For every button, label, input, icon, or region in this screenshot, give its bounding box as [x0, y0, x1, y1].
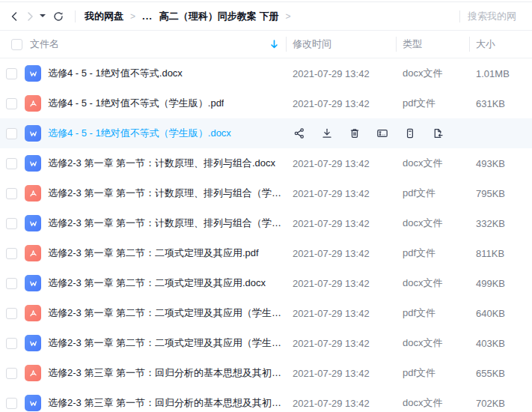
forward-icon[interactable]	[22, 9, 37, 24]
row-checkbox[interactable]	[6, 248, 17, 259]
file-type: pdf文件	[397, 187, 470, 200]
column-header-type[interactable]: 类型	[397, 31, 470, 58]
word-file-icon	[25, 275, 41, 291]
row-checkbox[interactable]	[6, 98, 17, 109]
breadcrumb: 我的网盘 > ... 高二（理科）同步教案 下册 >	[85, 10, 291, 23]
table-row[interactable]: 选修4 - 5 - 1绝对值不等式.docx 2021-07-29 13:42 …	[0, 58, 532, 88]
file-type: docx文件	[397, 216, 470, 230]
file-name[interactable]: 选修2-3 第三章 第一节：回归分析的基本思想及其初步应...	[48, 396, 287, 410]
search-input[interactable]	[468, 10, 532, 22]
table-row[interactable]: 选修4 - 5 - 1绝对值不等式（学生版）.pdf 2021-07-29 13…	[0, 88, 532, 118]
file-size: 403KB	[470, 338, 532, 349]
table-row[interactable]: 选修2-3 第三章 第一节：回归分析的基本思想及其初步应... 2021-07-…	[0, 388, 532, 412]
table-row[interactable]: 选修2-3 第一章 第二节：二项式定理及其应用.pdf 2021-07-29 1…	[0, 238, 532, 268]
delete-icon[interactable]	[348, 127, 361, 140]
table-row[interactable]: 选修2-3 第一章 第二节：二项式定理及其应用（学生版）... 2021-07-…	[0, 298, 532, 328]
table-row[interactable]: 选修2-3 第一章 第二节：二项式定理及其应用.docx 2021-07-29 …	[0, 268, 532, 298]
file-modified: 2021-07-29 13:42	[287, 338, 397, 349]
file-size: 1.01MB	[470, 68, 532, 79]
move-icon[interactable]	[431, 127, 444, 140]
table-row[interactable]: 选修4 - 5 - 1绝对值不等式（学生版）.docx	[0, 118, 532, 148]
file-name-cell: 选修2-3 第一章 第一节：计数原理、排列与组合.docx	[0, 155, 287, 172]
column-label-name: 文件名	[30, 37, 59, 51]
sort-desc-icon[interactable]	[270, 40, 278, 49]
file-name[interactable]: 选修2-3 第一章 第一节：计数原理、排列与组合.docx	[48, 157, 275, 170]
file-size: 499KB	[470, 278, 532, 289]
file-name[interactable]: 选修2-3 第一章 第一节：计数原理、排列与组合（学生版...	[48, 187, 287, 200]
detail-icon[interactable]	[403, 127, 417, 140]
select-all-checkbox[interactable]	[11, 39, 22, 50]
pdf-file-icon	[25, 185, 41, 202]
row-checkbox[interactable]	[6, 308, 17, 319]
column-label-size: 大小	[476, 37, 495, 51]
column-label-type: 类型	[403, 37, 422, 51]
row-actions	[287, 127, 532, 140]
download-icon[interactable]	[320, 127, 334, 140]
file-modified: 2021-07-29 13:42	[287, 278, 397, 289]
file-modified: 2021-07-29 13:42	[287, 248, 397, 259]
table-row[interactable]: 选修2-3 第一章 第一节：计数原理、排列与组合（学生版... 2021-07-…	[0, 208, 532, 238]
file-name[interactable]: 选修4 - 5 - 1绝对值不等式（学生版）.docx	[48, 127, 231, 140]
file-modified: 2021-07-29 13:42	[287, 98, 397, 109]
table-row[interactable]: 选修2-3 第一章 第二节：二项式定理及其应用（学生版）... 2021-07-…	[0, 328, 532, 358]
file-modified: 2021-07-29 13:42	[287, 218, 397, 229]
word-file-icon	[25, 125, 41, 142]
file-size: 702KB	[470, 398, 532, 409]
share-icon[interactable]	[293, 127, 306, 140]
file-name[interactable]: 选修2-3 第一章 第二节：二项式定理及其应用（学生版）...	[48, 336, 287, 350]
pdf-file-icon	[25, 305, 41, 321]
file-type: docx文件	[397, 396, 470, 410]
toolbar: 我的网盘 > ... 高二（理科）同步教案 下册 >	[0, 2, 532, 31]
file-list: 选修4 - 5 - 1绝对值不等式.docx 2021-07-29 13:42 …	[0, 58, 532, 412]
rename-icon[interactable]	[376, 127, 389, 140]
search-box[interactable]	[459, 10, 532, 22]
file-type: docx文件	[397, 276, 470, 290]
row-checkbox[interactable]	[6, 188, 17, 199]
row-checkbox[interactable]	[6, 218, 17, 229]
row-checkbox[interactable]	[6, 338, 17, 349]
word-file-icon	[25, 395, 41, 411]
file-name[interactable]: 选修4 - 5 - 1绝对值不等式.docx	[48, 67, 183, 80]
file-type: docx文件	[397, 67, 470, 80]
file-name[interactable]: 选修2-3 第一章 第二节：二项式定理及其应用（学生版）...	[48, 306, 287, 320]
table-row[interactable]: 选修2-3 第一章 第一节：计数原理、排列与组合（学生版... 2021-07-…	[0, 178, 532, 208]
file-name[interactable]: 选修2-3 第一章 第二节：二项式定理及其应用.pdf	[48, 246, 259, 260]
back-icon[interactable]	[7, 9, 22, 24]
row-checkbox[interactable]	[6, 158, 17, 169]
file-name-cell: 选修4 - 5 - 1绝对值不等式（学生版）.pdf	[0, 95, 287, 112]
breadcrumb-separator: >	[130, 11, 135, 22]
breadcrumb-root[interactable]: 我的网盘	[85, 10, 123, 23]
column-label-modified: 修改时间	[293, 37, 331, 51]
file-name[interactable]: 选修4 - 5 - 1绝对值不等式（学生版）.pdf	[48, 97, 224, 110]
file-type: pdf文件	[397, 246, 470, 260]
file-name-cell: 选修4 - 5 - 1绝对值不等式（学生版）.docx	[0, 125, 287, 142]
file-modified: 2021-07-29 13:42	[287, 368, 397, 379]
row-checkbox[interactable]	[6, 68, 17, 79]
column-header-name[interactable]: 文件名	[0, 31, 287, 58]
file-name-cell: 选修2-3 第一章 第一节：计数原理、排列与组合（学生版...	[0, 185, 287, 202]
row-checkbox[interactable]	[6, 398, 17, 409]
file-name-cell: 选修2-3 第一章 第一节：计数原理、排列与组合（学生版...	[0, 215, 287, 231]
file-type: pdf文件	[397, 366, 470, 380]
table-row[interactable]: 选修2-3 第一章 第一节：计数原理、排列与组合.docx 2021-07-29…	[0, 148, 532, 178]
file-size: 631KB	[470, 98, 532, 109]
dropdown-caret-icon[interactable]	[37, 9, 47, 24]
file-name-cell: 选修2-3 第一章 第二节：二项式定理及其应用.pdf	[0, 245, 287, 261]
column-header-modified[interactable]: 修改时间	[287, 31, 397, 58]
table-row[interactable]: 选修2-3 第三章 第一节：回归分析的基本思想及其初步应... 2021-07-…	[0, 358, 532, 388]
file-name-cell: 选修2-3 第三章 第一节：回归分析的基本思想及其初步应...	[0, 395, 287, 411]
pdf-file-icon	[25, 365, 41, 381]
refresh-icon[interactable]	[51, 9, 66, 24]
file-name[interactable]: 选修2-3 第一章 第一节：计数原理、排列与组合（学生版...	[48, 216, 287, 230]
file-name[interactable]: 选修2-3 第三章 第一节：回归分析的基本思想及其初步应...	[48, 366, 287, 380]
row-checkbox[interactable]	[6, 368, 17, 379]
file-name[interactable]: 选修2-3 第一章 第二节：二项式定理及其应用.docx	[48, 276, 266, 290]
file-name-cell: 选修4 - 5 - 1绝对值不等式.docx	[0, 65, 287, 82]
column-header-size[interactable]: 大小	[470, 31, 532, 58]
row-checkbox[interactable]	[6, 128, 17, 139]
row-checkbox[interactable]	[6, 278, 17, 289]
breadcrumb-current[interactable]: 高二（理科）同步教案 下册	[159, 10, 279, 23]
file-name-cell: 选修2-3 第一章 第二节：二项式定理及其应用.docx	[0, 275, 287, 291]
word-file-icon	[25, 65, 41, 82]
breadcrumb-collapsed[interactable]: ...	[142, 10, 153, 22]
